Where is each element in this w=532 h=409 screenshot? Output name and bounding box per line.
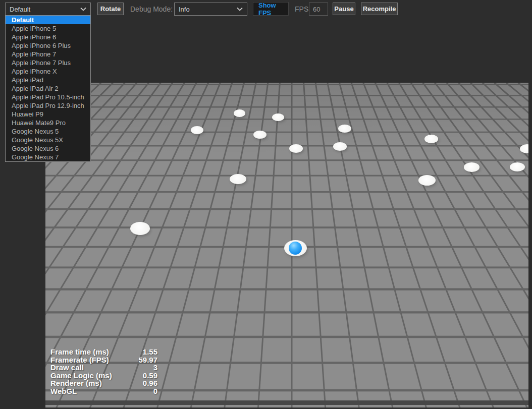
pause-button-label: Pause bbox=[334, 5, 353, 13]
stat-row: WebGL0 bbox=[50, 387, 157, 395]
dropdown-option[interactable]: Apple iPhone 6 Plus bbox=[6, 41, 90, 50]
stat-label: Draw call bbox=[50, 364, 153, 372]
dropdown-option[interactable]: Apple iPhone 7 bbox=[6, 50, 90, 59]
white-dot bbox=[272, 113, 284, 121]
stat-value: 0.59 bbox=[143, 372, 157, 380]
debug-mode-select-value: Info bbox=[179, 6, 237, 13]
white-dot bbox=[289, 144, 303, 153]
dropdown-option[interactable]: Apple iPad Pro 10.5-inch bbox=[6, 93, 90, 101]
player-ball bbox=[289, 242, 302, 255]
rotate-button-label: Rotate bbox=[100, 5, 121, 13]
stat-value: 0.96 bbox=[143, 379, 157, 387]
white-dot bbox=[424, 135, 438, 143]
recompile-button[interactable]: Recompile bbox=[361, 3, 398, 15]
white-dot bbox=[230, 174, 246, 184]
dropdown-option[interactable]: Apple iPhone 6 bbox=[6, 33, 90, 41]
chevron-down-icon bbox=[80, 7, 86, 11]
debug-mode-label: Debug Mode: bbox=[130, 0, 173, 18]
device-select[interactable]: Default bbox=[5, 3, 91, 16]
device-select-value: Default bbox=[10, 6, 80, 13]
white-dot bbox=[464, 162, 480, 172]
fps-stats-overlay: Frame time (ms)1.55Framerate (FPS)59.97D… bbox=[50, 348, 157, 395]
chevron-down-icon bbox=[237, 7, 243, 11]
show-fps-button-label: Show FPS bbox=[258, 2, 283, 17]
stat-row: Framerate (FPS)59.97 bbox=[50, 356, 157, 364]
white-dot bbox=[338, 125, 351, 133]
dropdown-option[interactable]: Huawei P9 bbox=[6, 110, 90, 119]
debug-mode-select[interactable]: Info bbox=[174, 3, 247, 16]
dropdown-option[interactable]: Google Nexus 7 bbox=[6, 153, 90, 161]
stat-row: Draw call3 bbox=[50, 364, 157, 372]
stat-value: 0 bbox=[153, 387, 157, 395]
dropdown-option[interactable]: Apple iPhone X bbox=[6, 67, 90, 76]
scene-canvas[interactable]: Frame time (ms)1.55Framerate (FPS)59.97D… bbox=[45, 83, 528, 409]
stat-row: Renderer (ms)0.96 bbox=[50, 379, 157, 387]
show-fps-button[interactable]: Show FPS bbox=[253, 2, 289, 16]
dropdown-option[interactable]: Apple iPad bbox=[6, 76, 90, 84]
white-dot bbox=[191, 126, 203, 134]
recompile-button-label: Recompile bbox=[363, 5, 396, 13]
dropdown-option[interactable]: Google Nexus 5 bbox=[6, 127, 90, 136]
pause-button[interactable]: Pause bbox=[333, 3, 355, 15]
white-dot bbox=[510, 162, 525, 171]
dropdown-option[interactable]: Apple iPhone 5 bbox=[6, 24, 90, 33]
white-dot bbox=[418, 175, 436, 186]
stat-label: WebGL bbox=[50, 387, 153, 395]
dropdown-option[interactable]: Google Nexus 6 bbox=[6, 144, 90, 153]
dropdown-option[interactable]: Apple iPhone 7 Plus bbox=[6, 59, 90, 67]
white-dot bbox=[253, 131, 267, 139]
dropdown-option[interactable]: Apple iPad Air 2 bbox=[6, 84, 90, 93]
stat-label: Frame time (ms) bbox=[50, 348, 143, 356]
fps-label: FPS: bbox=[295, 0, 310, 18]
device-dropdown-list: DefaultApple iPhone 5Apple iPhone 6Apple… bbox=[5, 15, 91, 162]
stat-value: 3 bbox=[153, 364, 157, 372]
stat-row: Game Logic (ms)0.59 bbox=[50, 372, 157, 380]
dropdown-option[interactable]: Google Nexus 5X bbox=[6, 136, 90, 144]
dropdown-option[interactable]: Default bbox=[6, 16, 90, 24]
stat-label: Renderer (ms) bbox=[50, 379, 143, 387]
dropdown-option[interactable]: Apple iPad Pro 12.9-inch bbox=[6, 101, 90, 110]
white-dot bbox=[234, 109, 245, 117]
stat-label: Game Logic (ms) bbox=[50, 372, 143, 380]
rotate-button[interactable]: Rotate bbox=[97, 3, 124, 15]
white-dot bbox=[333, 142, 347, 151]
stat-value: 59.97 bbox=[138, 356, 157, 364]
fps-input[interactable] bbox=[309, 3, 328, 16]
stat-label: Framerate (FPS) bbox=[50, 356, 138, 364]
stat-value: 1.55 bbox=[143, 348, 157, 356]
stat-row: Frame time (ms)1.55 bbox=[50, 348, 157, 356]
white-dot bbox=[130, 222, 150, 235]
dropdown-option[interactable]: Huawei Mate9 Pro bbox=[6, 119, 90, 127]
player-ball-halo bbox=[284, 240, 307, 256]
